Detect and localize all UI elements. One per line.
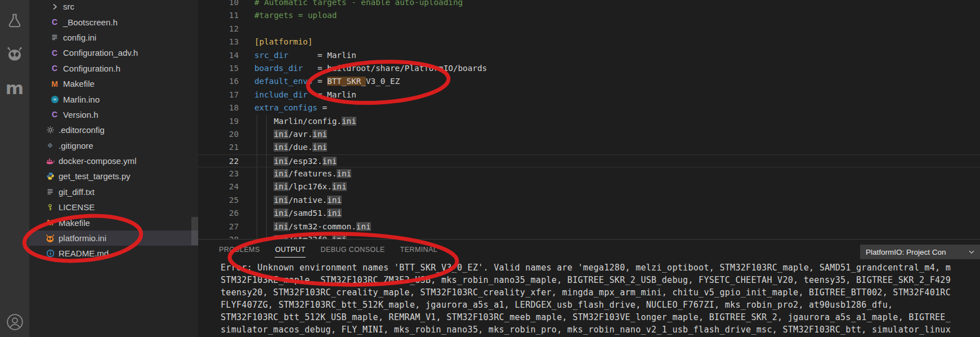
code-line-17[interactable]: 17include_dir = Marlin: [198, 88, 980, 101]
c-icon: C: [50, 48, 59, 57]
file-item-makefile[interactable]: MMakefile: [29, 215, 198, 230]
line-number: 11: [198, 9, 239, 22]
code-editor[interactable]: 10# Automatic targets - enable auto-uplo…: [198, 0, 980, 239]
output-line: teensy20, STM32F103RC_creality_maple, ST…: [221, 286, 980, 299]
file-item-platformio-ini[interactable]: platformio.ini: [29, 230, 198, 246]
chevron-down-icon: [968, 248, 975, 256]
file-label: Version.h: [63, 110, 99, 119]
platformio-alien-icon[interactable]: [0, 45, 29, 62]
code-line-27[interactable]: 27 ini/stm32-common.ini: [198, 220, 980, 233]
line-number: 22: [198, 155, 239, 167]
code-text: #targets = upload: [239, 9, 337, 22]
panel-tab-problems[interactable]: PROBLEMS: [218, 241, 261, 257]
code-line-28[interactable]: 28 ini/stm32f0.ini: [198, 233, 980, 239]
explorer-sidebar: srcC_Bootscreen.hconfig.iniCConfiguratio…: [29, 0, 198, 337]
tests-beaker-icon[interactable]: [0, 12, 29, 29]
file-item-configuration-h[interactable]: CConfiguration.h: [29, 61, 198, 76]
diamond-icon: [46, 141, 55, 150]
m-icon: M: [50, 79, 59, 88]
code-text: [platformio]: [239, 36, 312, 48]
code-text: ini/due.ini: [239, 141, 327, 154]
file-item-configuration-adv-h[interactable]: CConfiguration_adv.h: [29, 45, 198, 60]
code-line-12[interactable]: 12: [198, 23, 980, 36]
alien-icon: [46, 234, 55, 243]
file-item--gitignore[interactable]: .gitignore: [29, 138, 198, 153]
file-label: Makefile: [59, 218, 90, 228]
panel-tab-terminal[interactable]: TERMINAL: [400, 241, 438, 257]
file-item-config-ini[interactable]: config.ini: [29, 30, 198, 45]
lines-icon: [50, 33, 59, 42]
account-icon[interactable]: [0, 313, 29, 331]
file-label: _Bootscreen.h: [63, 17, 118, 27]
file-label: .gitignore: [59, 141, 93, 150]
code-line-25[interactable]: 25 ini/native.ini: [198, 194, 980, 207]
file-item-makefile[interactable]: MMakefile: [29, 76, 198, 91]
code-text: # Automatic targets - enable auto-upload…: [239, 0, 463, 9]
code-line-19[interactable]: 19 Marlin/config.ini: [198, 115, 980, 128]
code-line-26[interactable]: 26 ini/samd51.ini: [198, 207, 980, 220]
output-channel-dropdown[interactable]: PlatformIO: Project Con: [860, 245, 980, 259]
file-label: docker-compose.yml: [59, 156, 136, 166]
code-text: ini/features.ini: [239, 167, 351, 180]
line-number: 17: [198, 88, 239, 101]
python-icon: [46, 172, 55, 181]
code-line-10[interactable]: 10# Automatic targets - enable auto-uplo…: [198, 0, 980, 9]
code-line-20[interactable]: 20 ini/avr.ini: [198, 128, 980, 141]
file-item-src[interactable]: src: [29, 0, 198, 14]
code-line-23[interactable]: 23 ini/features.ini: [198, 167, 980, 180]
file-item-get-test-targets-py[interactable]: get_test_targets.py: [29, 168, 198, 184]
marlin-m-icon[interactable]: m: [0, 79, 29, 96]
output-line: Error: Unknown environment names 'BTT_SK…: [221, 261, 980, 274]
output-line: STM32F103RE_maple, STM32F103RC_ZM3E2_USB…: [221, 274, 980, 286]
line-number: 25: [198, 194, 239, 207]
code-text: ini/native.ini: [239, 194, 342, 207]
line-number: 23: [198, 167, 239, 180]
panel-tab-output[interactable]: OUTPUT: [275, 241, 306, 258]
code-text: ini/avr.ini: [239, 128, 327, 141]
file-item-version-h[interactable]: CVersion.h: [29, 107, 198, 122]
code-line-14[interactable]: 14src_dir = Marlin: [198, 49, 980, 62]
file-item-readme-md[interactable]: README.md: [29, 246, 198, 261]
file-item-git-diff-txt[interactable]: git_diff.txt: [29, 184, 198, 199]
output-line: STM32F103RC_btt_512K_USB_maple, REMRAM_V…: [221, 311, 980, 323]
file-label: config.ini: [63, 33, 96, 42]
output-line: FLYF407ZG, STM32F103RC_btt_512K_maple, j…: [221, 299, 980, 311]
file-item-license[interactable]: LICENSE: [29, 199, 198, 215]
code-line-11[interactable]: 11#targets = upload: [198, 9, 980, 22]
file-item--editorconfig[interactable]: .editorconfig: [29, 122, 198, 138]
file-item-marlin-ino[interactable]: ∞Marlin.ino: [29, 91, 198, 107]
code-text: ini/lpc176x.ini: [239, 180, 347, 193]
svg-text:∞: ∞: [53, 96, 56, 102]
code-text: src_dir = Marlin: [239, 49, 356, 62]
line-number: 18: [198, 101, 239, 114]
file-item-docker-compose-yml[interactable]: docker-compose.yml: [29, 153, 198, 168]
line-number: 20: [198, 128, 239, 141]
file-label: platformio.ini: [59, 233, 106, 243]
c-icon: C: [50, 64, 59, 73]
line-number: 15: [198, 62, 239, 75]
code-text: Marlin/config.ini: [239, 115, 356, 128]
code-line-21[interactable]: 21 ini/due.ini: [198, 141, 980, 154]
code-text: ini/esp32.ini: [239, 155, 337, 167]
line-number: 10: [198, 0, 239, 9]
output-line: simulator_macos_debug, FLY_MINI, mks_rob…: [221, 323, 980, 336]
line-number: 26: [198, 207, 239, 220]
file-item--bootscreen-h[interactable]: C_Bootscreen.h: [29, 14, 198, 29]
line-number: 14: [198, 49, 239, 62]
code-line-22[interactable]: 22 ini/esp32.ini: [198, 154, 980, 167]
sidebar-scrollbar-thumb[interactable]: [191, 217, 198, 245]
code-line-24[interactable]: 24 ini/lpc176x.ini: [198, 180, 980, 193]
code-line-15[interactable]: 15boards_dir = buildroot/share/PlatformI…: [198, 62, 980, 75]
bottom-panel: PROBLEMSOUTPUTDEBUG CONSOLETERMINAL Plat…: [198, 239, 980, 337]
code-line-18[interactable]: 18extra_configs =: [198, 101, 980, 114]
line-number: 12: [198, 23, 239, 36]
panel-tab-debug-console[interactable]: DEBUG CONSOLE: [320, 241, 385, 257]
code-line-16[interactable]: 16default_envs = BTT_SKR_V3_0_EZ: [198, 75, 980, 88]
file-label: Marlin.ino: [63, 95, 100, 104]
line-number: 21: [198, 141, 239, 154]
code-line-13[interactable]: 13[platformio]: [198, 36, 980, 48]
line-number: 28: [198, 233, 239, 239]
file-label: Configuration_adv.h: [63, 48, 138, 57]
line-number: 19: [198, 115, 239, 128]
line-number: 13: [198, 36, 239, 48]
